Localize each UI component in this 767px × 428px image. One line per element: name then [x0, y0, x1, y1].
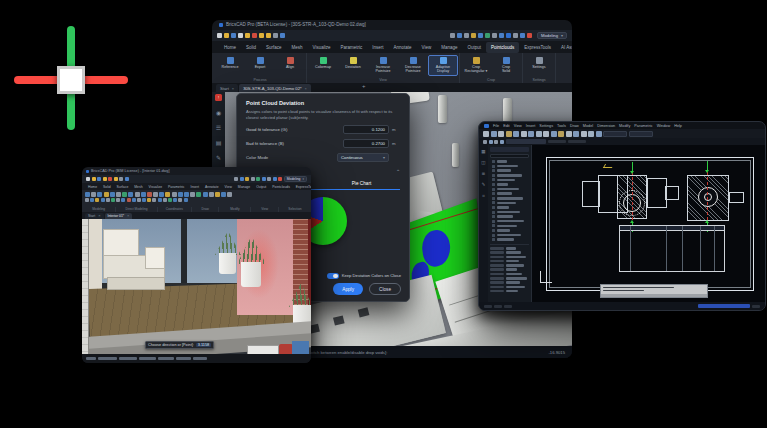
- interior-titlebar[interactable]: BricsCAD Pro (BIM License) - [Interior 0…: [82, 167, 311, 175]
- ribbon-icon[interactable]: [196, 192, 201, 197]
- qat-icon[interactable]: [280, 33, 285, 38]
- ribbon-icon[interactable]: [221, 192, 226, 197]
- menu-item[interactable]: Tools: [557, 124, 566, 128]
- qat-icon[interactable]: [240, 177, 244, 181]
- rail-icon[interactable]: ▦: [481, 149, 485, 154]
- qat-icon[interactable]: [97, 177, 101, 181]
- close-icon[interactable]: ×: [305, 86, 307, 91]
- qat-icon[interactable]: [238, 33, 243, 38]
- ribbon-tab[interactable]: Manage: [436, 42, 462, 53]
- ribbon-icon[interactable]: [127, 198, 131, 202]
- ribbon-tab[interactable]: Insert: [367, 42, 388, 53]
- menu-item[interactable]: Modify: [619, 124, 630, 128]
- ribbon-tab[interactable]: Visualize: [146, 185, 166, 189]
- ribbon-tab[interactable]: View: [222, 185, 235, 189]
- ribbon-icon[interactable]: [215, 192, 220, 197]
- toolbar-icon[interactable]: [536, 131, 542, 137]
- ribbon-icon[interactable]: [178, 192, 183, 197]
- ribbon-tab[interactable]: Insert: [188, 185, 202, 189]
- lightbulb-icon[interactable]: ◉: [216, 110, 221, 116]
- qat-icon[interactable]: [119, 177, 123, 181]
- ribbon-icon[interactable]: [153, 192, 158, 197]
- ribbon-tab[interactable]: Manage: [235, 185, 253, 189]
- rail-icon[interactable]: ✎: [482, 182, 486, 187]
- ribbon-button[interactable]: Crop Rectangular ▾: [461, 55, 491, 76]
- toolbar-icon[interactable]: [513, 131, 519, 137]
- ribbon-icon[interactable]: [135, 192, 140, 197]
- ribbon-button[interactable]: Export: [245, 55, 275, 71]
- toolbar-icon[interactable]: [506, 131, 512, 137]
- ribbon-tab[interactable]: Home: [85, 185, 100, 189]
- menu-item[interactable]: Parametric: [634, 124, 652, 128]
- toolbar-icon[interactable]: [596, 131, 602, 137]
- ribbon-icon[interactable]: [158, 198, 162, 202]
- rail-icon[interactable]: ≣: [482, 171, 486, 176]
- ribbon-icon[interactable]: [128, 192, 133, 197]
- ribbon-button[interactable]: Align: [275, 55, 305, 71]
- qat-icon[interactable]: [278, 177, 282, 181]
- qat-icon[interactable]: [256, 177, 260, 181]
- qat-icon[interactable]: [245, 33, 250, 38]
- ribbon-button[interactable]: Colormap: [308, 55, 338, 71]
- toolbar-icon[interactable]: [573, 131, 579, 137]
- workspace-selector[interactable]: Modeling ▾: [284, 176, 307, 182]
- ribbon-icon[interactable]: [168, 198, 172, 202]
- qat-icon[interactable]: [471, 33, 476, 38]
- qat-icon[interactable]: [259, 33, 264, 38]
- qat-icon[interactable]: [485, 33, 490, 38]
- ribbon-tab[interactable]: Solid: [241, 42, 261, 53]
- ribbon-tab[interactable]: Visualize: [308, 42, 336, 53]
- ribbon-tab[interactable]: Parametric: [336, 42, 368, 53]
- menu-item[interactable]: Draw: [570, 124, 579, 128]
- ribbon-icon[interactable]: [173, 198, 177, 202]
- pencil-icon[interactable]: ✎: [216, 155, 221, 161]
- status-active-segment[interactable]: [698, 304, 750, 309]
- small-icon[interactable]: [489, 140, 493, 144]
- qat-icon[interactable]: [103, 177, 107, 181]
- ribbon-button[interactable]: Increase Pointsize: [368, 55, 398, 76]
- ribbon-tab[interactable]: Mesh: [287, 42, 308, 53]
- linetype-dropdown[interactable]: [629, 131, 653, 137]
- ribbon-icon[interactable]: [209, 192, 214, 197]
- ribbon-icon[interactable]: [104, 192, 109, 197]
- qat-icon[interactable]: [464, 33, 469, 38]
- ribbon-button[interactable]: Adaptive Display: [428, 55, 458, 76]
- ribbon-tab[interactable]: Surface: [261, 42, 287, 53]
- ribbon-icon[interactable]: [227, 192, 232, 197]
- ribbon-icon[interactable]: [90, 198, 94, 202]
- menu-item[interactable]: Help: [674, 124, 682, 128]
- rail-icon[interactable]: ⌗: [482, 193, 485, 198]
- sliders-icon[interactable]: ☰: [216, 125, 221, 131]
- small-icon[interactable]: [500, 140, 504, 144]
- ribbon-icon[interactable]: [122, 192, 127, 197]
- close-icon[interactable]: ×: [127, 213, 129, 218]
- menu-item[interactable]: Window: [657, 124, 671, 128]
- menu-item[interactable]: View: [514, 124, 522, 128]
- ribbon-button[interactable]: Decrease Pointsize: [398, 55, 428, 76]
- ribbon-icon[interactable]: [178, 198, 182, 202]
- ribbon-icon[interactable]: [152, 198, 156, 202]
- qat-icon[interactable]: [267, 177, 271, 181]
- ribbon-icon[interactable]: [121, 198, 125, 202]
- ribbon-tab[interactable]: Pointclouds: [269, 185, 293, 189]
- ribbon-icon[interactable]: [95, 198, 99, 202]
- qat-icon[interactable]: [86, 177, 90, 181]
- color-mode-select[interactable]: Continuous ▾: [337, 153, 389, 162]
- qat-icon[interactable]: [273, 33, 278, 38]
- ribbon-icon[interactable]: [203, 192, 208, 197]
- document-tab[interactable]: Start×: [216, 84, 238, 92]
- ribbon-icon[interactable]: [163, 198, 167, 202]
- ribbon-icon[interactable]: [184, 192, 189, 197]
- qat-icon[interactable]: [478, 33, 483, 38]
- menu-item[interactable]: Settings: [539, 124, 553, 128]
- close-icon[interactable]: ×: [232, 86, 234, 91]
- ribbon-tab[interactable]: Home: [219, 42, 241, 53]
- ribbon-tab[interactable]: Parametric: [165, 185, 187, 189]
- small-icon[interactable]: [483, 140, 487, 144]
- command-input-strip[interactable]: [601, 294, 707, 297]
- ribbon-button[interactable]: Deviation: [338, 55, 368, 71]
- toolbar-icon[interactable]: [558, 131, 564, 137]
- ribbon-tab[interactable]: Solid: [100, 185, 114, 189]
- ribbon-icon[interactable]: [91, 192, 96, 197]
- new-tab-button[interactable]: +: [362, 83, 366, 89]
